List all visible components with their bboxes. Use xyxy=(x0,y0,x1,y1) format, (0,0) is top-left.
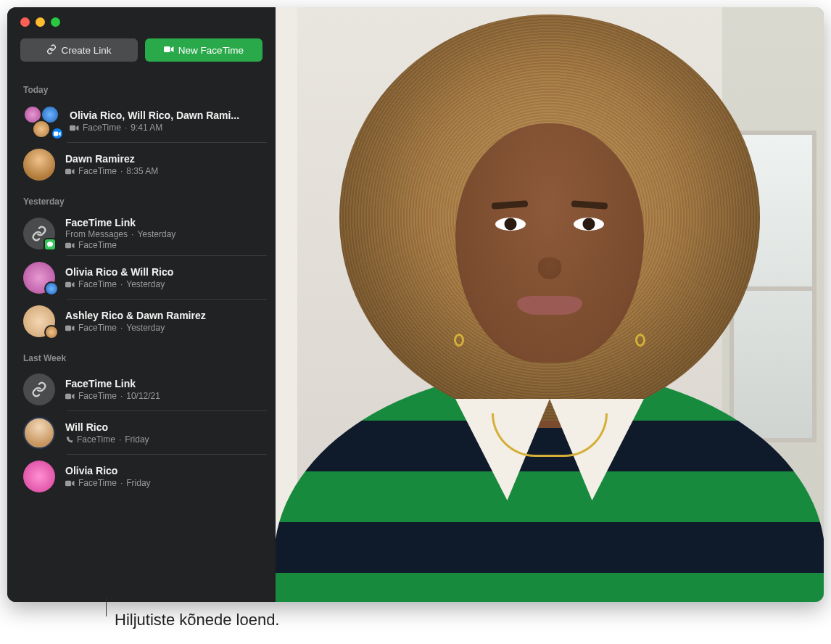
link-avatar xyxy=(23,373,55,405)
group-avatar xyxy=(23,262,55,294)
video-icon xyxy=(65,168,75,175)
call-title: Olivia Rico & Will Rico xyxy=(65,266,267,278)
svg-rect-8 xyxy=(65,480,71,486)
svg-rect-5 xyxy=(65,281,71,287)
call-title: FaceTime Link xyxy=(65,217,267,228)
callout-text: Hiljutiste kõnede loend. xyxy=(115,611,279,629)
link-avatar xyxy=(23,218,55,249)
window-close-button[interactable] xyxy=(20,17,30,27)
call-title: Olivia Rico xyxy=(65,465,267,476)
recent-calls-list: Today Olivia Rico, Will Rico, Dawn Rami.… xyxy=(7,75,276,602)
sidebar: Create Link New FaceTime Today xyxy=(7,7,276,602)
secondary-avatar xyxy=(44,325,59,339)
call-type: FaceTime xyxy=(83,123,121,133)
call-title: Will Rico xyxy=(65,421,267,433)
group-avatar xyxy=(23,105,59,137)
video-icon xyxy=(65,480,75,487)
call-title: Ashley Rico & Dawn Ramirez xyxy=(65,310,267,321)
call-item[interactable]: Olivia Rico & Will Rico FaceTime · Yeste… xyxy=(7,256,276,300)
link-icon xyxy=(46,44,57,57)
toolbar: Create Link New FaceTime xyxy=(7,34,276,75)
call-time: Friday xyxy=(126,478,150,488)
call-time: Yesterday xyxy=(137,229,175,239)
section-header-yesterday: Yesterday xyxy=(7,186,276,211)
call-type: FaceTime xyxy=(77,434,115,445)
create-link-label: Create Link xyxy=(61,45,111,56)
call-item[interactable]: Dawn Ramirez FaceTime · 8:35 AM xyxy=(7,143,276,186)
callout-line xyxy=(106,598,107,616)
video-icon xyxy=(65,281,75,288)
new-facetime-button[interactable]: New FaceTime xyxy=(145,38,262,62)
facetime-badge-icon xyxy=(51,127,64,140)
call-type: FaceTime xyxy=(78,279,117,289)
svg-rect-6 xyxy=(65,325,71,331)
call-time: Yesterday xyxy=(126,279,165,289)
video-icon xyxy=(70,125,79,131)
call-title: FaceTime Link xyxy=(65,378,267,389)
video-icon xyxy=(65,393,75,400)
call-item[interactable]: FaceTime Link From Messages · Yesterday … xyxy=(7,211,276,256)
svg-rect-4 xyxy=(65,242,71,248)
svg-rect-3 xyxy=(65,168,71,174)
call-type: FaceTime xyxy=(78,166,117,176)
call-item[interactable]: Ashley Rico & Dawn Ramirez FaceTime · Ye… xyxy=(7,300,276,343)
call-time: 9:41 AM xyxy=(131,123,162,133)
section-header-last-week: Last Week xyxy=(7,343,276,368)
new-facetime-label: New FaceTime xyxy=(178,45,244,56)
group-avatar xyxy=(23,305,55,337)
call-item[interactable]: Olivia Rico, Will Rico, Dawn Rami... Fac… xyxy=(7,99,276,143)
call-title: Olivia Rico, Will Rico, Dawn Rami... xyxy=(70,110,267,121)
contact-avatar xyxy=(23,461,55,492)
phone-icon xyxy=(65,436,73,444)
call-time: Friday xyxy=(125,434,149,445)
secondary-avatar xyxy=(44,281,59,296)
call-title: Dawn Ramirez xyxy=(65,153,267,165)
video-icon xyxy=(65,325,75,331)
video-icon xyxy=(164,44,174,57)
link-icon xyxy=(31,381,47,397)
call-item[interactable]: Will Rico FaceTime · Friday xyxy=(7,411,276,455)
window-controls xyxy=(7,7,276,34)
call-time: Yesterday xyxy=(126,323,165,333)
section-header-today: Today xyxy=(7,75,276,99)
window-minimize-button[interactable] xyxy=(36,17,45,27)
facetime-window: Create Link New FaceTime Today xyxy=(7,7,824,602)
contact-avatar xyxy=(23,149,55,181)
create-link-button[interactable]: Create Link xyxy=(20,38,138,62)
messages-badge-icon xyxy=(44,238,57,251)
call-type: FaceTime xyxy=(78,323,117,333)
call-item[interactable]: FaceTime Link FaceTime · 10/12/21 xyxy=(7,368,276,411)
video-preview xyxy=(276,7,824,602)
call-from: From Messages xyxy=(65,229,128,239)
call-type: FaceTime xyxy=(78,240,117,250)
svg-rect-0 xyxy=(164,46,170,51)
video-icon xyxy=(65,242,75,249)
contact-avatar xyxy=(23,417,55,449)
svg-rect-2 xyxy=(70,125,75,131)
svg-rect-7 xyxy=(65,393,71,399)
call-time: 10/12/21 xyxy=(126,391,160,401)
svg-rect-1 xyxy=(54,131,58,136)
call-type: FaceTime xyxy=(78,391,117,401)
call-time: 8:35 AM xyxy=(126,166,158,176)
window-fullscreen-button[interactable] xyxy=(51,17,60,27)
call-type: FaceTime xyxy=(78,478,117,488)
call-item[interactable]: Olivia Rico FaceTime · Friday xyxy=(7,455,276,498)
